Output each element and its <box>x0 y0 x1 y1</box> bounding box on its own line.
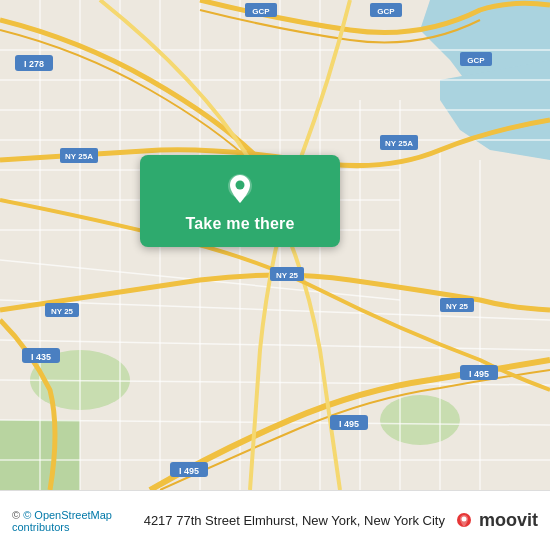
svg-text:NY 25: NY 25 <box>446 302 469 311</box>
svg-text:I 495: I 495 <box>179 466 199 476</box>
footer-bar: © © OpenStreetMap contributors 4217 77th… <box>0 490 550 550</box>
svg-text:I 495: I 495 <box>339 419 359 429</box>
svg-text:I 435: I 435 <box>31 352 51 362</box>
svg-point-58 <box>236 181 245 190</box>
svg-text:NY 25: NY 25 <box>276 271 299 280</box>
svg-text:I 495: I 495 <box>469 369 489 379</box>
moovit-logo: moovit <box>453 510 538 532</box>
svg-text:NY 25A: NY 25A <box>385 139 413 148</box>
svg-point-60 <box>461 516 466 521</box>
address-text: 4217 77th Street Elmhurst, New York, New… <box>144 513 445 528</box>
svg-point-4 <box>380 395 460 445</box>
svg-text:NY 25A: NY 25A <box>65 152 93 161</box>
copyright-text: © © OpenStreetMap contributors <box>12 509 136 533</box>
moovit-icon <box>453 510 475 532</box>
map-container: I 278 GCP GCP GCP NY 25A NY 25A NY 25 NY… <box>0 0 550 490</box>
svg-text:GCP: GCP <box>252 7 270 16</box>
svg-text:GCP: GCP <box>467 56 485 65</box>
moovit-brand-name: moovit <box>479 510 538 531</box>
osm-link[interactable]: © OpenStreetMap contributors <box>12 509 112 533</box>
svg-text:NY 25: NY 25 <box>51 307 74 316</box>
svg-text:GCP: GCP <box>377 7 395 16</box>
take-me-there-label: Take me there <box>185 215 294 233</box>
take-me-there-button[interactable]: Take me there <box>140 155 340 247</box>
svg-text:I 278: I 278 <box>24 59 44 69</box>
location-pin-icon <box>222 171 258 207</box>
